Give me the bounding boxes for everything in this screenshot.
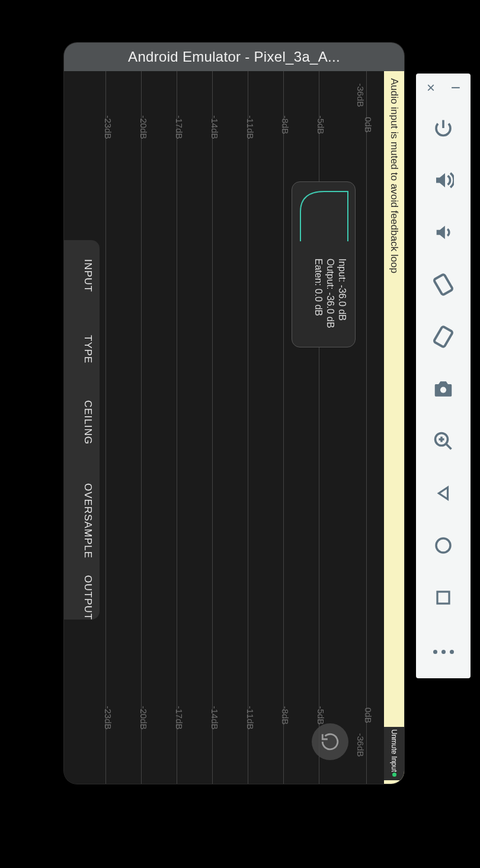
tooltip-eaten: Eaten: 0.0 dB	[313, 259, 324, 316]
svg-rect-1	[434, 326, 453, 347]
control-oversample[interactable]: OVERSAMPLE	[82, 483, 94, 559]
back-button[interactable]	[429, 479, 457, 508]
compressor-graph[interactable]: 0dB -5dB -8dB -11dB -14dB -17dB -20dB -2…	[64, 71, 384, 784]
zoom-in-icon	[433, 430, 454, 452]
svg-rect-9	[437, 592, 449, 604]
rotate-left-button[interactable]	[429, 270, 457, 299]
db-tick: 0dB	[363, 117, 373, 133]
db-tick: 0dB	[363, 707, 373, 723]
db-tick: -11dB	[245, 115, 255, 139]
db-tick: -5dB	[316, 706, 326, 725]
more-button[interactable]	[431, 638, 455, 662]
svg-rect-0	[434, 274, 453, 295]
rotate-right-button[interactable]	[429, 323, 457, 351]
db-tick: -8dB	[280, 116, 290, 135]
home-circle-icon	[434, 536, 453, 555]
tooltip-input: Input: -36.0 dB	[337, 259, 347, 321]
emulator-screen: Audio input is muted to avoid feedback l…	[64, 71, 404, 784]
svg-line-4	[446, 444, 452, 449]
volume-up-icon	[433, 170, 454, 191]
camera-icon	[432, 378, 455, 400]
emulator-titlebar[interactable]: Android Emulator - Pixel_3a_A...	[64, 43, 404, 71]
volume-down-button[interactable]	[429, 218, 457, 247]
zoom-button[interactable]	[429, 427, 457, 455]
db-tick: -17dB	[174, 115, 184, 139]
db-tick: -11dB	[245, 706, 255, 729]
rotate-left-icon	[431, 273, 455, 296]
audio-muted-banner: Audio input is muted to avoid feedback l…	[384, 71, 404, 784]
tooltip-output: Output: -36.0 dB	[325, 259, 335, 328]
rotate-right-icon	[431, 325, 455, 349]
home-button[interactable]	[429, 531, 457, 560]
overview-button[interactable]	[429, 583, 457, 612]
control-input[interactable]: INPUT	[82, 259, 94, 292]
db-tick: -23dB	[103, 115, 113, 139]
svg-marker-7	[439, 487, 448, 499]
unmute-indicator-dot	[392, 773, 396, 777]
reset-button[interactable]	[312, 723, 348, 760]
svg-point-8	[436, 538, 450, 553]
db-tick: -14dB	[210, 115, 220, 139]
db-minus36: -36dB	[355, 733, 365, 757]
db-tick: -8dB	[280, 706, 290, 725]
control-ceiling[interactable]: CEILING	[82, 400, 94, 445]
back-icon	[434, 484, 452, 502]
unmute-label: Unmute Input	[390, 729, 398, 772]
close-button[interactable]: ×	[425, 82, 437, 94]
refresh-icon	[320, 732, 340, 752]
db-tick: -20dB	[139, 706, 149, 729]
db-minus36: -36dB	[355, 83, 365, 107]
overview-square-icon	[434, 589, 452, 607]
control-strip: INPUT TYPE CEILING OVERSAMPLE OUTPUT	[64, 240, 100, 620]
window-title: Android Emulator - Pixel_3a_A...	[128, 49, 340, 65]
power-button[interactable]	[429, 114, 457, 142]
unmute-input-button[interactable]: Unmute Input	[384, 727, 404, 780]
control-output[interactable]: OUTPUT	[82, 575, 94, 620]
db-tick: -20dB	[139, 115, 149, 139]
db-tick: -5dB	[316, 116, 326, 135]
emulator-side-toolbar: × −	[416, 74, 471, 678]
db-tick: -14dB	[210, 706, 220, 729]
volume-up-button[interactable]	[429, 166, 457, 194]
readout-tooltip: Input: -36.0 dB Output: -36.0 dB Eaten: …	[292, 181, 356, 347]
db-tick: -23dB	[103, 706, 113, 729]
minimize-button[interactable]: −	[450, 82, 462, 94]
screenshot-button[interactable]	[429, 375, 457, 403]
more-dots-icon	[433, 650, 454, 654]
control-type[interactable]: TYPE	[82, 335, 94, 363]
volume-down-icon	[433, 222, 453, 242]
emulator-window: Android Emulator - Pixel_3a_A... Audio i…	[64, 43, 404, 784]
svg-point-2	[440, 387, 446, 393]
power-icon	[433, 117, 454, 139]
mini-waveform-icon	[298, 188, 350, 244]
audio-muted-text: Audio input is muted to avoid feedback l…	[388, 78, 400, 273]
db-tick: -17dB	[174, 706, 184, 729]
